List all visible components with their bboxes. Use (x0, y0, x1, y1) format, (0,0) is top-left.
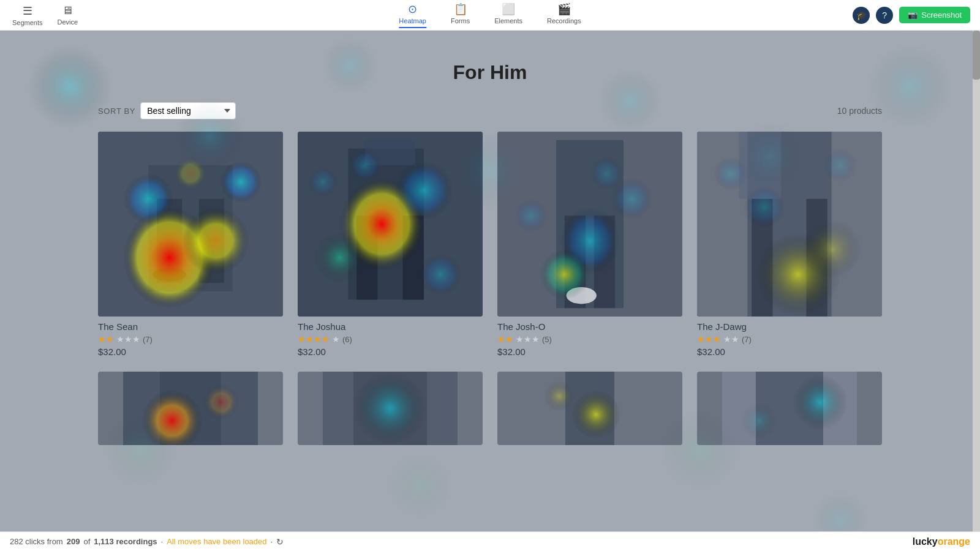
device-nav[interactable]: 🖥 Device (58, 4, 78, 26)
svg-rect-3 (199, 199, 224, 283)
svg-rect-24 (594, 216, 615, 308)
stars-empty-2: ★ (332, 334, 340, 344)
recordings-label: Recordings (547, 17, 581, 24)
screenshot-label: Screenshot (921, 10, 962, 20)
forms-icon: 📋 (454, 2, 467, 16)
svg-rect-14 (365, 140, 415, 165)
sort-select[interactable]: Best selling Price: Low to High Price: H… (140, 102, 236, 119)
tab-recordings[interactable]: 🎬 Recordings (547, 2, 581, 28)
partial-card-1 (98, 372, 283, 445)
camera-icon: 📷 (908, 10, 918, 20)
review-count-2: (6) (342, 335, 352, 344)
product-price-1: $32.00 (98, 347, 283, 357)
logo-orange: orange (938, 536, 970, 547)
graduation-icon[interactable]: 🎓 (853, 7, 870, 24)
svg-rect-33 (752, 199, 772, 317)
products-grid: The Sean ★★ ★★★ (7) $32.00 (98, 132, 882, 357)
elements-icon: ⬜ (502, 2, 515, 16)
dot-separator-2: · (271, 537, 273, 546)
logo-container: luckyorange (913, 536, 970, 547)
segments-label: Segments (12, 19, 43, 26)
review-count-1: (7) (143, 335, 153, 344)
total-recordings: 1,113 recordings (94, 537, 157, 546)
product-image-3 (497, 132, 682, 317)
svg-rect-12 (356, 216, 377, 299)
all-moves-link[interactable]: All moves have been loaded (167, 537, 266, 546)
svg-point-50 (571, 390, 620, 439)
filter-row: SORT BY Best selling Price: Low to High … (98, 102, 882, 119)
svg-point-55 (741, 402, 777, 439)
tab-forms[interactable]: 📋 Forms (451, 2, 470, 28)
product-card-2[interactable]: The Joshua ★★★★ ★ (6) $32.00 (298, 132, 483, 357)
sort-label: SORT BY (98, 107, 135, 116)
product-img-svg-3 (497, 132, 682, 317)
products-count: 10 products (837, 106, 882, 116)
stars-empty-3: ★★★ (516, 334, 540, 344)
svg-point-54 (793, 375, 848, 430)
main-area: For Him SORT BY Best selling Price: Low … (0, 31, 980, 531)
svg-point-25 (567, 287, 597, 304)
logo-text: luckyorange (913, 536, 970, 547)
product-card-3[interactable]: The Josh-O ★★ ★★★ (5) $32.00 (497, 132, 682, 357)
svg-rect-34 (806, 199, 827, 317)
help-icon[interactable]: ? (876, 7, 893, 24)
segments-icon: ☰ (23, 4, 32, 18)
review-count-3: (5) (542, 335, 552, 344)
svg-point-4 (153, 268, 186, 281)
nav-center: ⊙ Heatmap 📋 Forms ⬜ Elements 🎬 Recording… (399, 2, 581, 28)
device-label: Device (58, 18, 78, 26)
product-img-svg-1 (98, 132, 283, 317)
svg-rect-35 (739, 132, 782, 199)
product-price-2: $32.00 (298, 347, 483, 357)
sort-row: SORT BY Best selling Price: Low to High … (98, 102, 236, 119)
page-title: For Him (98, 61, 882, 84)
product-price-3: $32.00 (497, 347, 682, 357)
partial-card-3 (497, 372, 682, 445)
product-stars-1: ★★ ★★★ (7) (98, 334, 283, 344)
product-stars-4: ★★★ ★★ (7) (697, 334, 882, 344)
bottom-bar: 282 clicks from 209 of 1,113 recordings … (0, 531, 980, 551)
product-name-1: The Sean (98, 321, 283, 332)
tab-heatmap[interactable]: ⊙ Heatmap (399, 2, 426, 28)
clicks-text: 282 clicks from (10, 537, 63, 546)
refresh-icon[interactable]: ↻ (276, 537, 284, 547)
dot-separator: · (161, 537, 164, 546)
product-card-4[interactable]: The J-Dawg ★★★ ★★ (7) $32.00 (697, 132, 882, 357)
nav-right: 🎓 ? 📷 Screenshot (853, 7, 970, 24)
svg-rect-13 (403, 216, 424, 299)
product-price-4: $32.00 (697, 347, 882, 357)
top-nav: ☰ Segments 🖥 Device ⊙ Heatmap 📋 Forms ⬜ … (0, 0, 980, 31)
product-image-4 (697, 132, 882, 317)
product-img-svg-2 (298, 132, 483, 317)
nav-left: ☰ Segments 🖥 Device (0, 4, 78, 26)
heatmap-label: Heatmap (399, 17, 426, 24)
partial-card-2 (298, 372, 483, 445)
product-name-2: The Joshua (298, 321, 483, 332)
segments-nav[interactable]: ☰ Segments (12, 4, 43, 26)
heatmap-icon: ⊙ (408, 2, 417, 16)
product-name-4: The J-Dawg (697, 321, 882, 332)
product-name-3: The Josh-O (497, 321, 682, 332)
product-stars-3: ★★ ★★★ (5) (497, 334, 682, 344)
page-inner: For Him SORT BY Best selling Price: Low … (0, 31, 980, 531)
partial-card-4 (697, 372, 882, 445)
scrollbar[interactable] (973, 31, 980, 531)
stars-filled-2: ★★★★ (298, 334, 330, 344)
partial-heatmap-2 (298, 372, 483, 445)
partial-heatmap-3 (497, 372, 682, 445)
bottom-left: 282 clicks from 209 of 1,113 recordings … (10, 537, 284, 547)
svg-point-43 (141, 390, 203, 445)
svg-point-51 (544, 381, 575, 411)
tab-elements[interactable]: ⬜ Elements (494, 2, 522, 28)
product-card-1[interactable]: The Sean ★★ ★★★ (7) $32.00 (98, 132, 283, 357)
recordings-icon: 🎬 (557, 2, 571, 16)
svg-point-44 (203, 384, 239, 421)
screenshot-button[interactable]: 📷 Screenshot (899, 7, 970, 23)
stars-empty-1: ★★★ (116, 334, 140, 344)
elements-label: Elements (494, 17, 522, 24)
svg-point-47 (353, 372, 427, 445)
page-content: For Him SORT BY Best selling Price: Low … (0, 31, 980, 531)
scrollbar-thumb[interactable] (973, 31, 980, 80)
forms-label: Forms (451, 17, 470, 24)
device-icon: 🖥 (62, 4, 73, 17)
